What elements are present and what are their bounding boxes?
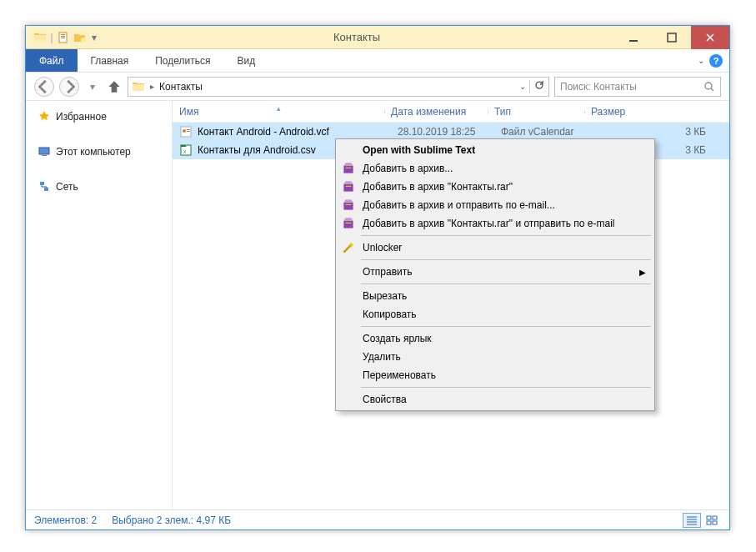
ctx-archive-email[interactable]: Добавить в архив и отправить по e-mail..… [338,196,653,214]
column-size[interactable]: Размер [584,106,729,118]
svg-rect-1 [61,34,65,35]
ctx-properties[interactable]: Свойства [338,390,653,409]
ctx-separator [361,259,651,260]
status-bar: Элементов: 2 Выбрано 2 элем.: 4,97 КБ [26,509,729,529]
recent-dropdown-icon[interactable]: ▾ [84,78,101,95]
close-button[interactable] [691,26,729,49]
column-name[interactable]: Имя ▴ [173,106,384,118]
ctx-separator [361,326,651,327]
ctx-unlocker[interactable]: Unlocker [338,238,653,257]
column-type[interactable]: Тип [488,106,584,118]
ctx-copy[interactable]: Копировать [338,305,653,324]
column-date[interactable]: Дата изменения [384,106,488,118]
vcf-file-icon [179,125,193,138]
search-input[interactable]: Поиск: Контакты [554,77,721,97]
ctx-separator [361,284,651,284]
file-size: 3 КБ [598,126,729,138]
address-bar[interactable]: ▸ Контакты ⌄ [128,77,549,97]
navigation-bar: ▾ ▸ Контакты ⌄ Поиск: Контакты [26,73,729,101]
details-view-button[interactable] [683,513,701,528]
file-date: 28.10.2019 18:25 [398,126,501,138]
sidebar-label: Избранное [56,111,107,123]
column-headers: Имя ▴ Дата изменения Тип Размер [173,101,729,123]
network-icon [38,180,51,193]
ctx-shortcut[interactable]: Создать ярлык [338,329,653,348]
winrar-icon [341,161,356,176]
winrar-icon [341,216,356,231]
tab-share[interactable]: Поделиться [142,49,223,72]
help-icon[interactable]: ? [709,54,723,68]
ctx-archive-named-email[interactable]: Добавить в архив "Контакты.rar" и отправ… [338,214,653,233]
tab-view[interactable]: Вид [223,49,268,72]
star-icon [38,110,51,123]
svg-rect-27 [346,204,352,205]
sidebar-item-this-pc[interactable]: Этот компьютер [26,141,172,163]
svg-rect-25 [346,186,352,187]
computer-icon [38,145,51,158]
back-button[interactable] [34,77,54,97]
chevron-right-icon[interactable]: ▸ [150,82,154,91]
breadcrumb[interactable]: Контакты [159,81,203,93]
folder-icon[interactable] [33,30,48,45]
sort-ascending-icon: ▴ [277,104,281,113]
svg-rect-14 [187,129,190,130]
winrar-icon [341,198,356,213]
properties-icon[interactable] [56,30,71,45]
ctx-rename[interactable]: Переименовать [338,366,653,384]
up-button[interactable] [106,78,123,95]
svg-rect-18 [707,516,711,519]
svg-rect-3 [61,38,65,38]
svg-rect-29 [346,223,352,223]
svg-rect-8 [39,148,49,154]
wand-icon [341,240,356,255]
qat-separator: | [49,30,54,45]
svg-rect-21 [713,521,717,524]
winrar-icon [341,179,356,194]
svg-rect-2 [61,36,65,37]
submenu-arrow-icon: ▶ [639,268,646,277]
folder-icon [132,80,145,93]
navigation-pane: Избранное Этот компьютер Сеть [26,101,173,509]
ctx-add-archive-named[interactable]: Добавить в архив "Контакты.rar" [338,178,653,196]
ctx-separator [361,387,651,388]
svg-point-4 [81,38,86,43]
csv-file-icon: X [179,143,193,157]
status-count: Элементов: 2 [34,514,97,526]
minimize-button[interactable] [614,26,653,49]
svg-rect-20 [707,521,711,524]
ctx-open-with[interactable]: Open with Sublime Text [338,141,653,159]
svg-rect-6 [668,33,676,42]
address-dropdown-icon[interactable]: ⌄ [519,82,526,91]
svg-rect-26 [343,203,353,210]
ctx-cut[interactable]: Вырезать [338,287,653,305]
ctx-send-to[interactable]: Отправить ▶ [338,263,653,281]
file-name: Контакт Android - Android.vcf [198,126,398,138]
ctx-add-archive[interactable]: Добавить в архив... [338,159,653,178]
svg-rect-28 [343,221,353,228]
sidebar-item-favorites[interactable]: Избранное [26,106,172,128]
svg-rect-23 [346,168,352,168]
new-folder-icon[interactable] [73,30,88,45]
svg-rect-19 [713,516,717,519]
context-menu: Open with Sublime Text Добавить в архив.… [335,138,655,411]
maximize-button[interactable] [653,26,691,49]
icons-view-button[interactable] [703,513,721,528]
ctx-delete[interactable]: Удалить [338,348,653,366]
qat-dropdown-icon[interactable]: ▾ [89,30,99,45]
file-type: Файл vCalendar [501,126,598,138]
tab-home[interactable]: Главная [78,49,143,72]
title-bar: | ▾ Контакты [26,26,729,49]
sidebar-item-network[interactable]: Сеть [26,176,172,198]
svg-rect-5 [629,40,638,42]
ribbon-expand-icon[interactable]: ⌄ [698,56,704,65]
ctx-separator [361,235,651,236]
svg-rect-22 [343,166,353,173]
svg-rect-24 [343,184,353,192]
sidebar-label: Этот компьютер [56,146,131,158]
tab-file[interactable]: Файл [26,49,78,72]
quick-access-toolbar: | ▾ [26,30,99,45]
refresh-button[interactable] [533,79,545,93]
forward-button[interactable] [59,77,79,97]
search-placeholder: Поиск: Контакты [560,81,703,93]
status-selected: Выбрано 2 элем.: 4,97 КБ [112,514,231,526]
